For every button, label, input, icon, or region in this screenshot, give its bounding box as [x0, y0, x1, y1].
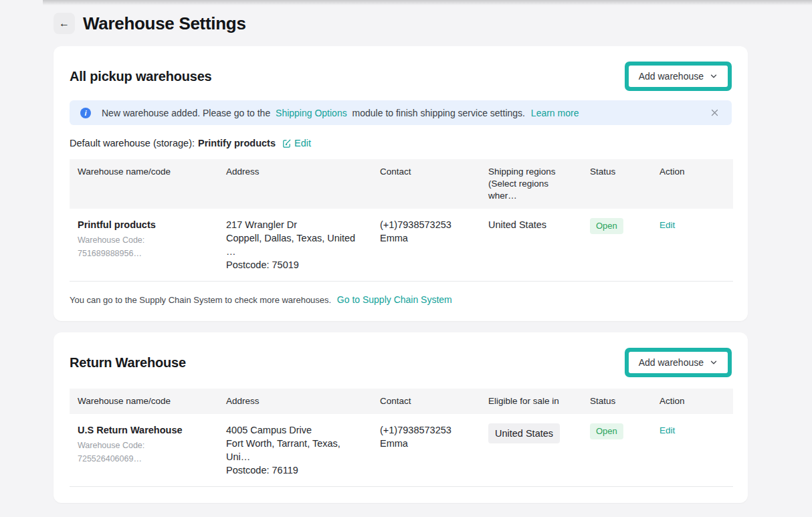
learn-more-link[interactable]: Learn more: [531, 108, 579, 118]
pickup-warehouses-card: All pickup warehouses Add warehouse i Ne…: [54, 46, 748, 321]
add-warehouse-button-pickup[interactable]: Add warehouse: [629, 66, 728, 87]
address-line-2: Fort Worth, Tarrant, Texas, Uni…: [226, 437, 364, 463]
pickup-card-head: All pickup warehouses Add warehouse: [70, 61, 732, 92]
chevron-down-icon: [710, 72, 718, 80]
shipping-options-link[interactable]: Shipping Options: [276, 108, 347, 118]
back-button[interactable]: ←: [54, 13, 75, 34]
edit-pencil-icon: [282, 138, 292, 148]
table-row-us-return-warehouse: U.S Return Warehouse Warehouse Code: 725…: [70, 414, 733, 487]
status-badge: Open: [590, 423, 623, 439]
supply-chain-link[interactable]: Go to Supply Chain System: [337, 294, 452, 305]
return-card-head: Return Warehouse Add warehouse: [70, 347, 732, 378]
address-postcode: Postcode: 75019: [226, 258, 364, 272]
shipping-regions-subtext: (Select regions wher…: [488, 178, 574, 202]
warehouse-name: U.S Return Warehouse: [78, 423, 210, 437]
info-banner: i New warehouse added. Please go to the …: [70, 100, 732, 125]
default-warehouse-value: Printify products: [198, 138, 276, 148]
col-action: Action: [651, 389, 733, 414]
info-icon: i: [80, 108, 91, 118]
row-edit-link[interactable]: Edit: [659, 425, 675, 435]
col-action: Action: [651, 159, 733, 209]
col-address: Address: [218, 389, 372, 414]
warehouse-address: 217 Wrangler Dr Coppell, Dallas, Texas, …: [218, 209, 372, 282]
contact-phone: (+1)7938573253: [380, 218, 472, 231]
address-postcode: Postcode: 76119: [226, 463, 364, 477]
page-header: ← Warehouse Settings: [0, 0, 812, 35]
warehouse-contact: (+1)7938573253 Emma: [372, 414, 480, 487]
banner-text-before: New warehouse added. Please go to the: [102, 108, 270, 118]
col-warehouse-name: Warehouse name/code: [70, 159, 218, 209]
warehouse-address: 4005 Campus Drive Fort Worth, Tarrant, T…: [218, 414, 372, 487]
return-table-header-row: Warehouse name/code Address Contact Elig…: [70, 389, 733, 414]
table-row-printful-products: Printful products Warehouse Code: 751689…: [70, 209, 733, 282]
col-status: Status: [582, 389, 651, 414]
status-badge: Open: [590, 218, 623, 234]
return-warehouse-card: Return Warehouse Add warehouse Warehouse…: [54, 332, 748, 503]
default-warehouse-label: Default warehouse (storage):: [70, 138, 195, 148]
pickup-warehouses-table: Warehouse name/code Address Contact Ship…: [70, 159, 733, 282]
eligible-region-chip: United States: [488, 423, 560, 443]
info-banner-text: New warehouse added. Please go to the Sh…: [97, 108, 703, 118]
contact-name: Emma: [380, 437, 472, 450]
add-warehouse-button-return[interactable]: Add warehouse: [629, 352, 728, 373]
address-line-1: 4005 Campus Drive: [226, 423, 364, 437]
warehouse-code: Warehouse Code: 751689888956…: [78, 233, 210, 260]
col-contact: Contact: [372, 159, 480, 209]
banner-text-after: module to finish shipping service settin…: [352, 108, 525, 118]
return-warehouse-table: Warehouse name/code Address Contact Elig…: [70, 389, 733, 487]
col-warehouse-name: Warehouse name/code: [70, 389, 218, 414]
pickup-table-header-row: Warehouse name/code Address Contact Ship…: [70, 159, 733, 209]
col-contact: Contact: [372, 389, 480, 414]
default-warehouse-line: Default warehouse (storage): Printify pr…: [70, 138, 732, 148]
shipping-regions-title: Shipping regions: [488, 166, 574, 178]
warehouse-contact: (+1)7938573253 Emma: [372, 209, 480, 282]
back-arrow-icon: ←: [59, 18, 70, 29]
chevron-down-icon: [710, 358, 718, 367]
add-warehouse-label-return: Add warehouse: [639, 357, 704, 368]
add-warehouse-highlight-ring: Add warehouse: [625, 62, 732, 91]
add-warehouse-label: Add warehouse: [639, 71, 704, 82]
return-heading: Return Warehouse: [70, 355, 186, 371]
warehouse-code: Warehouse Code: 725526406069…: [78, 439, 210, 466]
address-line-1: 217 Wrangler Dr: [226, 218, 364, 231]
contact-name: Emma: [380, 231, 472, 245]
col-eligible-for-sale: Eligible for sale in: [480, 389, 582, 414]
col-address: Address: [218, 159, 372, 209]
supply-chain-footer: You can go to the Supply Chain System to…: [70, 294, 732, 305]
warehouse-name: Printful products: [78, 218, 210, 231]
shipping-regions-value: United States: [480, 209, 582, 282]
supply-chain-text: You can go to the Supply Chain System to…: [70, 295, 331, 305]
contact-phone: (+1)7938573253: [380, 423, 472, 437]
add-warehouse-highlight-ring-return: Add warehouse: [625, 348, 732, 377]
default-warehouse-edit-link[interactable]: Edit: [294, 138, 311, 148]
pickup-heading: All pickup warehouses: [70, 69, 212, 84]
col-shipping-regions: Shipping regions (Select regions wher…: [480, 159, 582, 209]
address-line-2: Coppell, Dallas, Texas, United …: [226, 231, 364, 258]
row-edit-link[interactable]: Edit: [659, 220, 675, 230]
col-status: Status: [582, 159, 651, 209]
page-title: Warehouse Settings: [83, 13, 246, 34]
close-icon[interactable]: [709, 107, 720, 118]
